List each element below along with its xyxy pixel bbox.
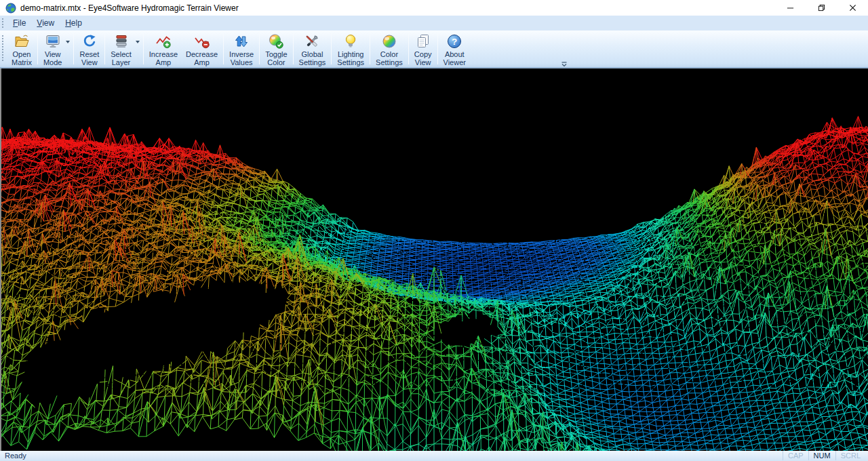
toolbar-button-label: ResetView — [79, 50, 99, 66]
toolbar-button-copy-view[interactable]: CopyView — [410, 31, 436, 67]
increase-amp-icon — [155, 33, 172, 49]
toolbar-button-label: ViewMode — [43, 50, 62, 66]
toolbar-separator — [370, 33, 370, 64]
menu-item-file[interactable]: File — [7, 16, 31, 30]
toolbar-separator — [259, 33, 260, 64]
toolbar-button-label: CopyView — [414, 50, 432, 66]
decrease-amp-icon — [194, 33, 210, 49]
globe-icon — [5, 3, 16, 14]
toolbar-separator — [223, 33, 224, 64]
status-indicator-cap: CAP — [783, 451, 808, 460]
toggle-color-icon — [268, 33, 284, 49]
toolbar-overflow-icon[interactable] — [561, 58, 568, 65]
toolbar-button-toggle-color[interactable]: ToggleColor — [261, 31, 291, 67]
status-text: Ready — [5, 452, 26, 460]
copy-view-icon — [415, 33, 431, 49]
toolbar-grip-handle[interactable] — [2, 35, 5, 61]
toolbar-button-label: OpenMatrix — [12, 50, 32, 66]
terrain-viewport — [0, 68, 868, 449]
toolbar: OpenMatrixViewModeResetViewSelectLayerIn… — [0, 31, 868, 68]
toolbar-button-global-settings[interactable]: GlobalSettings — [295, 31, 330, 67]
reset-view-icon — [81, 33, 98, 49]
titlebar: demo-matrix.mtx - Eye4Software Hydromagi… — [0, 0, 868, 16]
toolbar-button-label: IncreaseAmp — [149, 50, 178, 66]
terrain-canvas[interactable] — [0, 68, 868, 451]
status-indicator-scrl: SCRL — [835, 451, 865, 460]
minimize-icon — [787, 4, 794, 12]
restore-button[interactable] — [806, 0, 837, 16]
app-window: demo-matrix.mtx - Eye4Software Hydromagi… — [0, 0, 868, 461]
status-indicators: CAPNUMSCRL — [783, 450, 865, 461]
toolbar-button-label: ColorSettings — [376, 50, 403, 66]
window-controls — [774, 0, 868, 16]
minimize-button[interactable] — [774, 0, 806, 16]
statusbar: Ready CAPNUMSCRL — [0, 449, 868, 461]
toolbar-button-label: DecreaseAmp — [186, 50, 218, 66]
toolbar-separator — [293, 33, 294, 64]
global-settings-icon — [304, 33, 320, 49]
about-viewer-icon: ? — [446, 33, 462, 49]
toolbar-button-color-settings[interactable]: ColorSettings — [372, 31, 407, 67]
toolbar-button-label: LightingSettings — [337, 50, 364, 66]
toolbar-separator — [37, 33, 38, 64]
toolbar-button-view-mode[interactable]: ViewMode — [39, 31, 73, 67]
toolbar-separator — [408, 33, 409, 64]
svg-text:?: ? — [452, 37, 457, 47]
status-indicator-num: NUM — [808, 451, 835, 460]
menu-item-help[interactable]: Help — [60, 16, 87, 30]
toolbar-button-label: AboutViewer — [443, 50, 466, 66]
open-folder-icon — [14, 33, 30, 49]
color-settings-icon — [381, 33, 397, 49]
menu-item-view[interactable]: View — [31, 16, 60, 30]
close-icon — [849, 4, 856, 12]
toolbar-button-inverse-values[interactable]: InverseValues — [225, 31, 258, 67]
toolbar-button-lighting-settings[interactable]: LightingSettings — [333, 31, 368, 67]
toolbar-separator — [73, 33, 74, 64]
toolbar-button-label: InverseValues — [229, 50, 254, 66]
toolbar-button-select-layer[interactable]: SelectLayer — [106, 31, 142, 67]
toolbar-button-increase-amp[interactable]: IncreaseAmp — [145, 31, 182, 67]
toolbar-separator — [437, 33, 438, 64]
toolbar-button-open-matrix[interactable]: OpenMatrix — [7, 31, 36, 67]
toolbar-button-about-viewer[interactable]: ?AboutViewer — [439, 31, 470, 67]
monitor-icon — [45, 33, 61, 49]
toolbar-button-decrease-amp[interactable]: DecreaseAmp — [182, 31, 222, 67]
lighting-settings-icon — [342, 33, 359, 49]
restore-icon — [818, 4, 825, 12]
menubar: FileViewHelp — [0, 16, 868, 31]
toolbar-button-label: ToggleColor — [265, 50, 287, 66]
inverse-values-icon — [233, 33, 250, 49]
toolbar-button-reset-view[interactable]: ResetView — [75, 31, 103, 67]
toolbar-button-label: GlobalSettings — [299, 50, 326, 66]
chevron-down-icon — [136, 41, 140, 43]
chevron-down-icon — [66, 41, 70, 43]
layers-icon — [113, 33, 130, 49]
toolbar-button-label: SelectLayer — [111, 50, 132, 66]
toolbar-separator — [143, 33, 144, 64]
toolbar-separator — [331, 33, 332, 64]
close-button[interactable] — [837, 0, 868, 16]
toolbar-separator — [104, 33, 105, 64]
window-title: demo-matrix.mtx - Eye4Software Hydromagi… — [20, 3, 239, 13]
menubar-grip-handle[interactable] — [2, 18, 5, 28]
